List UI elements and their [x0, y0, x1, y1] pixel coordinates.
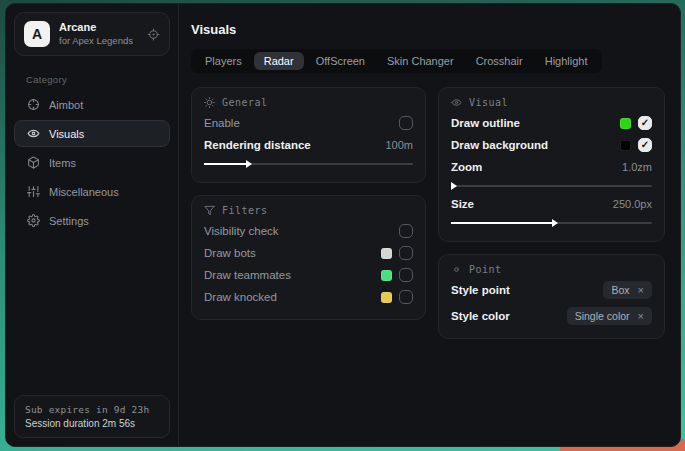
close-icon[interactable]: ×: [638, 284, 644, 296]
style-point-row: Style point Box ×: [451, 279, 652, 301]
tab-players[interactable]: Players: [195, 52, 252, 70]
brand-name: Arcane: [59, 21, 138, 35]
draw-bots-row: Draw bots ✓: [204, 242, 413, 264]
draw-outline-color-swatch[interactable]: [620, 118, 631, 129]
tab-radar[interactable]: Radar: [254, 52, 304, 70]
rendering-distance-slider[interactable]: [204, 163, 413, 165]
style-point-tag[interactable]: Box ×: [603, 281, 652, 299]
visual-card-title: Visual: [469, 97, 508, 108]
sidebar-item-items[interactable]: Items: [14, 149, 170, 176]
sidebar-item-label: Settings: [49, 215, 89, 227]
filters-card-header: Filters: [204, 205, 413, 216]
slider-fill: [204, 163, 246, 165]
draw-bots-color-swatch[interactable]: [381, 248, 392, 259]
category-label: Category: [6, 64, 178, 91]
visual-card: Visual Draw outline ✓ Draw background: [438, 87, 665, 242]
zoom-row: Zoom 1.0zm: [451, 156, 652, 178]
point-card: Point Style point Box × Style color Sing…: [438, 254, 665, 339]
check-icon: ✓: [641, 118, 649, 128]
main-content: Visuals Players Radar OffScreen Skin Cha…: [179, 4, 680, 446]
sidebar-item-label: Aimbot: [49, 99, 83, 111]
size-slider[interactable]: [451, 222, 652, 224]
visibility-check-checkbox[interactable]: ✓: [399, 224, 413, 238]
zoom-label: Zoom: [451, 161, 482, 173]
row-controls: ✓: [399, 224, 413, 238]
draw-outline-checkbox[interactable]: ✓: [638, 116, 652, 130]
sidebar-item-miscellaneous[interactable]: Miscellaneous: [14, 178, 170, 205]
sub-expires-text: Sub expires in 9d 23h: [25, 404, 159, 415]
rendering-distance-row: Rendering distance 100m: [204, 134, 413, 156]
style-color-label: Style color: [451, 310, 510, 322]
sidebar-item-label: Visuals: [49, 128, 84, 140]
sidebar-item-settings[interactable]: Settings: [14, 207, 170, 234]
tab-highlight[interactable]: Highlight: [535, 52, 598, 70]
size-label: Size: [451, 198, 474, 210]
draw-background-label: Draw background: [451, 139, 548, 151]
rendering-distance-value: 100m: [385, 139, 413, 151]
point-card-title: Point: [469, 264, 502, 275]
sidebar-item-label: Items: [49, 157, 76, 169]
general-card-header: General: [204, 97, 413, 108]
tab-label: Radar: [264, 55, 294, 67]
draw-outline-label: Draw outline: [451, 117, 520, 129]
tab-label: Players: [205, 55, 242, 67]
app-window: A Arcane for Apex Legends Category Aimbo…: [5, 3, 681, 447]
visual-card-header: Visual: [451, 97, 652, 108]
tabstrip: Players Radar OffScreen Skin Changer Cro…: [191, 49, 602, 73]
draw-teammates-label: Draw teammates: [204, 269, 291, 281]
slider-thumb[interactable]: [552, 219, 558, 227]
tab-label: Skin Changer: [387, 55, 454, 67]
draw-teammates-row: Draw teammates ✓: [204, 264, 413, 286]
draw-teammates-color-swatch[interactable]: [381, 270, 392, 281]
session-card: Sub expires in 9d 23h Session duration 2…: [14, 395, 170, 438]
target-icon[interactable]: [147, 28, 160, 41]
draw-knocked-checkbox[interactable]: ✓: [399, 290, 413, 304]
enable-row: Enable ✓: [204, 112, 413, 134]
sidebar-item-visuals[interactable]: Visuals: [14, 120, 170, 147]
row-controls: ✓: [620, 138, 652, 152]
filters-card: Filters Visibility check ✓ Draw bots ✓: [191, 195, 426, 320]
enable-label: Enable: [204, 117, 240, 129]
general-card: General Enable ✓ Rendering distance 100m: [191, 87, 426, 183]
draw-knocked-label: Draw knocked: [204, 291, 277, 303]
draw-background-checkbox[interactable]: ✓: [638, 138, 652, 152]
tag-text: Single color: [575, 310, 630, 322]
sun-icon: [204, 97, 215, 108]
slider-thumb[interactable]: [246, 160, 252, 168]
tab-offscreen[interactable]: OffScreen: [306, 52, 375, 70]
point-icon: [451, 264, 462, 275]
enable-checkbox[interactable]: ✓: [399, 116, 413, 130]
sidebar-item-label: Miscellaneous: [49, 186, 119, 198]
size-value: 250.0px: [613, 198, 652, 210]
zoom-slider[interactable]: [451, 185, 652, 187]
draw-background-row: Draw background ✓: [451, 134, 652, 156]
sidebar: A Arcane for Apex Legends Category Aimbo…: [6, 4, 179, 446]
style-color-row: Style color Single color ×: [451, 305, 652, 327]
tab-skin-changer[interactable]: Skin Changer: [377, 52, 464, 70]
brand-card: A Arcane for Apex Legends: [14, 12, 170, 56]
filters-card-title: Filters: [222, 205, 268, 216]
right-column: Visual Draw outline ✓ Draw background: [438, 87, 665, 339]
draw-knocked-row: Draw knocked ✓: [204, 286, 413, 308]
sidebar-item-aimbot[interactable]: Aimbot: [14, 91, 170, 118]
row-controls: ✓: [620, 116, 652, 130]
point-card-header: Point: [451, 264, 652, 275]
draw-teammates-checkbox[interactable]: ✓: [399, 268, 413, 282]
draw-bots-checkbox[interactable]: ✓: [399, 246, 413, 260]
eye-icon: [451, 97, 462, 108]
general-card-title: General: [222, 97, 268, 108]
slider-thumb[interactable]: [451, 182, 457, 190]
close-icon[interactable]: ×: [638, 310, 644, 322]
visibility-check-row: Visibility check ✓: [204, 220, 413, 242]
check-icon: ✓: [641, 140, 649, 150]
tab-label: OffScreen: [316, 55, 365, 67]
row-controls: ✓: [381, 246, 413, 260]
funnel-icon: [204, 205, 215, 216]
brand-text: Arcane for Apex Legends: [59, 21, 138, 47]
style-color-tag[interactable]: Single color ×: [567, 307, 652, 325]
tab-crosshair[interactable]: Crosshair: [466, 52, 533, 70]
draw-bots-label: Draw bots: [204, 247, 256, 259]
draw-knocked-color-swatch[interactable]: [381, 292, 392, 303]
draw-background-color-swatch[interactable]: [620, 140, 631, 151]
row-controls: ✓: [381, 268, 413, 282]
